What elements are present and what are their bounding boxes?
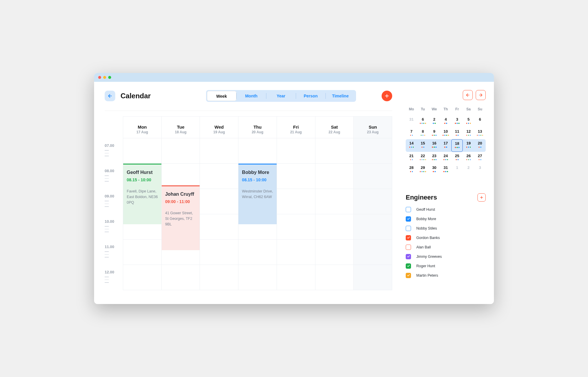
engineer-item[interactable]: Martin Peters [406, 273, 486, 278]
engineer-checkbox[interactable] [406, 235, 411, 240]
engineer-checkbox[interactable] [406, 216, 411, 222]
engineer-item[interactable]: Gordon Banks [406, 235, 486, 240]
mini-day[interactable]: 2 [463, 164, 474, 176]
add-button[interactable] [382, 91, 392, 101]
mini-day[interactable]: 15 [417, 139, 429, 152]
view-tab-week[interactable]: Week [207, 91, 236, 101]
mini-day[interactable]: 6 [474, 115, 486, 127]
calendar-cell[interactable] [354, 240, 392, 265]
calendar-cell[interactable] [277, 265, 315, 290]
mini-day[interactable]: 1 [451, 164, 463, 176]
mini-day[interactable]: 18 [451, 139, 463, 152]
mini-day[interactable]: 9 [429, 127, 440, 139]
calendar-cell[interactable] [123, 189, 162, 214]
calendar-cell[interactable] [315, 265, 354, 290]
view-tab-timeline[interactable]: Timeline [326, 91, 355, 101]
engineer-checkbox[interactable] [406, 273, 411, 278]
calendar-cell[interactable] [123, 164, 162, 189]
engineer-checkbox[interactable] [406, 226, 411, 231]
add-engineer-button[interactable] [477, 193, 486, 202]
mini-day[interactable]: 13 [474, 127, 486, 139]
view-tab-month[interactable]: Month [237, 91, 266, 101]
engineer-item[interactable]: Geoff Hurst [406, 207, 486, 212]
calendar-cell[interactable] [238, 189, 277, 214]
calendar-cell[interactable] [161, 265, 200, 290]
calendar-cell[interactable] [238, 214, 277, 240]
engineer-item[interactable]: Roger Hunt [406, 263, 486, 269]
calendar-cell[interactable] [123, 240, 162, 265]
mini-day[interactable]: 29 [417, 164, 429, 176]
view-tab-year[interactable]: Year [266, 91, 296, 101]
calendar-cell[interactable] [315, 214, 354, 240]
calendar-cell[interactable] [277, 138, 315, 164]
window-control-dot[interactable] [108, 76, 111, 79]
mini-day[interactable]: 12 [463, 127, 474, 139]
calendar-cell[interactable] [277, 164, 315, 189]
calendar-cell[interactable] [315, 138, 354, 164]
mini-day[interactable]: 17 [440, 139, 452, 152]
mini-day[interactable]: 4 [440, 115, 452, 127]
window-control-dot[interactable] [98, 76, 101, 79]
mini-day[interactable]: 25 [451, 152, 463, 164]
mini-day[interactable]: 26 [463, 152, 474, 164]
calendar-cell[interactable] [200, 240, 238, 265]
mini-day[interactable]: 8 [417, 127, 429, 139]
calendar-cell[interactable] [315, 164, 354, 189]
engineer-checkbox[interactable] [406, 207, 411, 212]
mini-day[interactable]: 19 [463, 139, 474, 152]
calendar-cell[interactable] [354, 138, 392, 164]
engineer-item[interactable]: Bobby More [406, 216, 486, 222]
mini-day[interactable]: 5 [463, 115, 474, 127]
calendar-cell[interactable] [161, 164, 200, 189]
mini-day[interactable]: 16 [429, 139, 440, 152]
mini-day[interactable]: 31 [406, 115, 417, 127]
engineer-checkbox[interactable] [406, 245, 411, 250]
calendar-cell[interactable] [277, 240, 315, 265]
calendar-cell[interactable] [200, 265, 238, 290]
mini-day[interactable]: 28 [406, 164, 417, 176]
calendar-cell[interactable]: Geoff Hurst08.15 - 10:00Favell, Dipe Lan… [123, 138, 162, 164]
calendar-cell[interactable]: Johan Cruyff09:00 - 11:0041 Gower Street… [161, 138, 200, 164]
calendar-cell[interactable] [123, 265, 162, 290]
mini-day[interactable]: 2 [429, 115, 440, 127]
mini-day[interactable]: 31 [440, 164, 452, 176]
calendar-cell[interactable] [200, 214, 238, 240]
calendar-cell[interactable] [238, 240, 277, 265]
calendar-cell[interactable] [161, 240, 200, 265]
engineer-item[interactable]: Jimmy Greeves [406, 254, 486, 259]
calendar-cell[interactable] [277, 214, 315, 240]
mini-day[interactable]: 23 [429, 152, 440, 164]
mini-day[interactable]: 7 [406, 127, 417, 139]
mini-day[interactable]: 21 [406, 152, 417, 164]
mini-day[interactable]: 3 [451, 115, 463, 127]
calendar-cell[interactable] [354, 265, 392, 290]
window-control-dot[interactable] [103, 76, 106, 79]
mini-day[interactable]: 3 [474, 164, 486, 176]
engineer-item[interactable]: Nobby Stiles [406, 226, 486, 231]
calendar-cell[interactable] [315, 240, 354, 265]
mini-day[interactable]: 22 [417, 152, 429, 164]
calendar-cell[interactable] [200, 138, 238, 164]
mini-day[interactable]: 20 [474, 139, 486, 152]
mini-day[interactable]: 10 [440, 127, 452, 139]
calendar-cell[interactable] [200, 164, 238, 189]
calendar-cell[interactable] [277, 189, 315, 214]
calendar-cell[interactable] [161, 189, 200, 214]
calendar-cell[interactable] [354, 189, 392, 214]
calendar-cell[interactable] [200, 189, 238, 214]
calendar-cell[interactable] [354, 214, 392, 240]
engineer-checkbox[interactable] [406, 263, 411, 269]
mini-day[interactable]: 11 [451, 127, 463, 139]
calendar-cell[interactable] [354, 164, 392, 189]
calendar-cell[interactable] [315, 189, 354, 214]
calendar-cell[interactable] [161, 214, 200, 240]
view-tab-person[interactable]: Person [296, 91, 325, 101]
calendar-cell[interactable] [238, 265, 277, 290]
calendar-cell[interactable] [238, 164, 277, 189]
engineer-checkbox[interactable] [406, 254, 411, 259]
mini-day[interactable]: 6 [417, 115, 429, 127]
engineer-item[interactable]: Alan Ball [406, 245, 486, 250]
calendar-cell[interactable]: Bobby More08.15 - 10:00Westminster Drive… [238, 138, 277, 164]
mini-day[interactable]: 14 [406, 139, 417, 152]
back-button[interactable] [105, 91, 115, 101]
